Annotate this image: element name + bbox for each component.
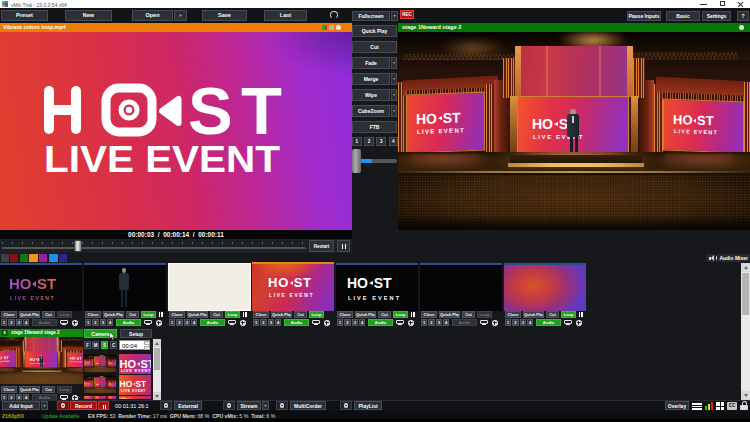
svg-text:LIVE EVENT: LIVE EVENT	[44, 139, 280, 180]
svg-text:S: S	[188, 73, 233, 148]
svg-text:T: T	[241, 73, 282, 148]
